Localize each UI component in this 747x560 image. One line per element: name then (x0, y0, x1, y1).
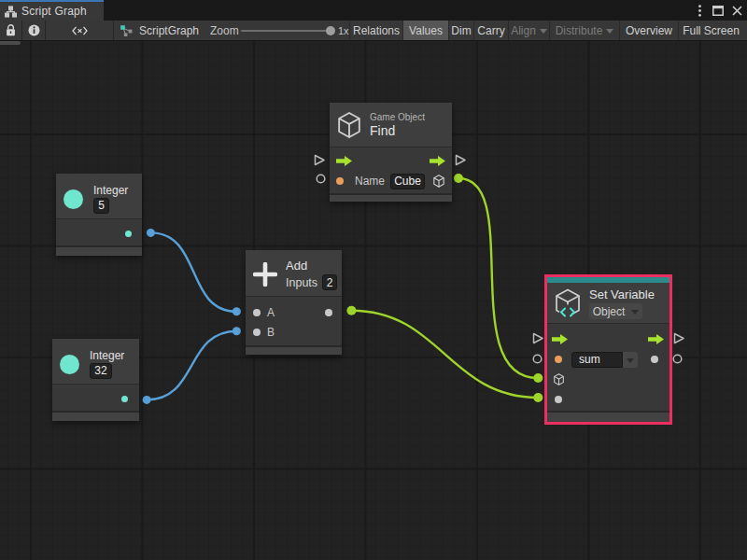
code-icon (72, 26, 88, 35)
wire-integer2.output-to-add.input_b[interactable] (147, 331, 236, 400)
toolbar-button-distribute[interactable]: Distribute (549, 21, 619, 40)
flow-in-arrow[interactable] (552, 334, 568, 344)
setvar-flow-in-port[interactable] (532, 332, 544, 344)
variable-name-dropdown-button[interactable] (623, 352, 638, 368)
lock-icon (6, 24, 16, 36)
setvar-value-out-port[interactable] (672, 354, 683, 364)
setvar-flow-out-port[interactable] (673, 332, 685, 344)
input-port-value[interactable] (555, 396, 562, 403)
lock-button[interactable] (0, 21, 21, 40)
tab-script-graph[interactable]: Script Graph (0, 0, 104, 21)
integer-value-input[interactable]: 5 (93, 198, 109, 214)
wire-add.sum-to-set_variable.value[interactable] (351, 311, 538, 398)
toolbar-button-label: Distribute (556, 24, 603, 37)
maximize-icon[interactable] (712, 4, 725, 17)
output-port-integer[interactable] (121, 396, 128, 402)
toolbar-button-label: Carry (477, 24, 504, 37)
node-integer-1[interactable]: Integer 5 (56, 174, 142, 256)
toolbar-button-overview[interactable]: Overview (619, 21, 678, 40)
toolbar-button-dim[interactable]: Dim (448, 21, 473, 40)
zoom-value: 1x (338, 21, 349, 40)
node-category: Game Object (370, 112, 425, 122)
find-flow-out-port[interactable] (455, 154, 467, 166)
find-flow-in-port[interactable] (314, 154, 326, 166)
chevron-down-icon (540, 29, 547, 34)
toolbar-button-values[interactable]: Values (402, 21, 448, 40)
code-button[interactable] (46, 21, 113, 40)
toolbar-button-label: Relations (353, 24, 400, 37)
node-title: Add (286, 259, 337, 273)
integer-value-input[interactable]: 32 (90, 363, 112, 379)
toolbar-button-align[interactable]: Align (508, 21, 549, 40)
output-port-integer[interactable] (125, 231, 132, 237)
wire-endpoint-target[interactable] (233, 307, 241, 315)
zoom-label: Zoom (210, 21, 239, 40)
integer-literal-icon (63, 189, 83, 209)
graph-tab-icon (5, 6, 17, 18)
graph-canvas[interactable]: Integer 5 Integer 32 (0, 41, 747, 560)
output-port-value[interactable] (651, 356, 658, 363)
toolbar-button-carry[interactable]: Carry (473, 21, 508, 40)
chevron-down-icon (606, 29, 613, 34)
flow-out-arrow[interactable] (648, 334, 664, 344)
output-port-sum[interactable] (325, 309, 332, 316)
node-title: Integer (93, 184, 128, 197)
game-object-port-icon (432, 175, 445, 188)
set-variable-icon (555, 288, 582, 317)
node-integer-2[interactable]: Integer 32 (52, 339, 139, 421)
wire-endpoint-target[interactable] (533, 373, 543, 383)
input-port-object-icon[interactable] (553, 373, 565, 385)
name-value-input[interactable]: Cube (390, 174, 425, 189)
window-controls (693, 0, 743, 21)
variable-name-dropdown[interactable]: sum (571, 352, 638, 368)
variable-kind-dropdown[interactable]: Object (589, 303, 642, 319)
input-port-a[interactable] (253, 309, 261, 316)
toolbar-buttons: RelationsValuesDimCarryAlignDistributeOv… (349, 21, 743, 40)
info-button[interactable] (22, 21, 45, 40)
wire-find.game_object-to-set_variable.object[interactable] (458, 178, 538, 378)
flow-in-arrow[interactable] (336, 156, 352, 166)
wire-endpoint-source[interactable] (454, 174, 463, 183)
close-icon[interactable] (730, 4, 743, 17)
wire-endpoint-target[interactable] (533, 393, 543, 402)
wire-endpoint-source[interactable] (143, 396, 151, 404)
node-title: Find (370, 123, 425, 138)
wire-endpoint-source[interactable] (147, 229, 155, 237)
variable-kind-value: Object (593, 305, 626, 318)
node-find[interactable]: Game Object Find Name Cube (330, 103, 452, 202)
variable-name-value: sum (571, 352, 623, 368)
flow-out-arrow[interactable] (430, 156, 445, 166)
integer-literal-icon (60, 355, 79, 374)
zoom-slider-handle[interactable] (326, 26, 335, 35)
node-add[interactable]: Add Inputs 2 A B (246, 250, 342, 355)
wire-integer1.output-to-add.input_a[interactable] (150, 232, 236, 311)
wire-endpoint-target[interactable] (233, 327, 241, 335)
graph-name: ScriptGraph (139, 24, 199, 37)
toolbar-button-full-screen[interactable]: Full Screen (678, 21, 743, 40)
graph-name-group[interactable]: ScriptGraph (120, 21, 199, 40)
visual-scripting-window: Script Graph (0, 0, 747, 560)
chevron-down-icon (631, 310, 639, 315)
node-title: Integer (90, 349, 124, 362)
inputs-count-input[interactable]: 2 (322, 274, 337, 290)
info-icon (28, 24, 40, 36)
inputs-label: Inputs (286, 276, 317, 289)
add-icon (253, 262, 277, 287)
toolbar-button-label: Overview (626, 24, 672, 37)
setvar-name-port[interactable] (532, 354, 543, 364)
titlebar: Script Graph (0, 0, 747, 21)
node-set-variable[interactable]: Set Variable Object (547, 277, 669, 422)
zoom-slider[interactable] (241, 30, 331, 32)
find-name-port[interactable] (316, 174, 326, 184)
toolbar: ScriptGraph Zoom 1x RelationsValuesDimCa… (0, 21, 747, 41)
toolbar-button-relations[interactable]: Relations (349, 21, 402, 40)
wire-endpoint-source[interactable] (346, 306, 356, 315)
input-port-b[interactable] (253, 329, 261, 336)
input-port-name[interactable] (336, 177, 344, 185)
tab-title: Script Graph (21, 5, 87, 18)
port-b-label: B (267, 326, 275, 339)
kebab-menu-icon[interactable] (693, 4, 706, 17)
name-label: Name (355, 175, 385, 188)
toolbar-button-label: Dim (451, 24, 471, 37)
input-port-variable-name[interactable] (555, 356, 562, 363)
